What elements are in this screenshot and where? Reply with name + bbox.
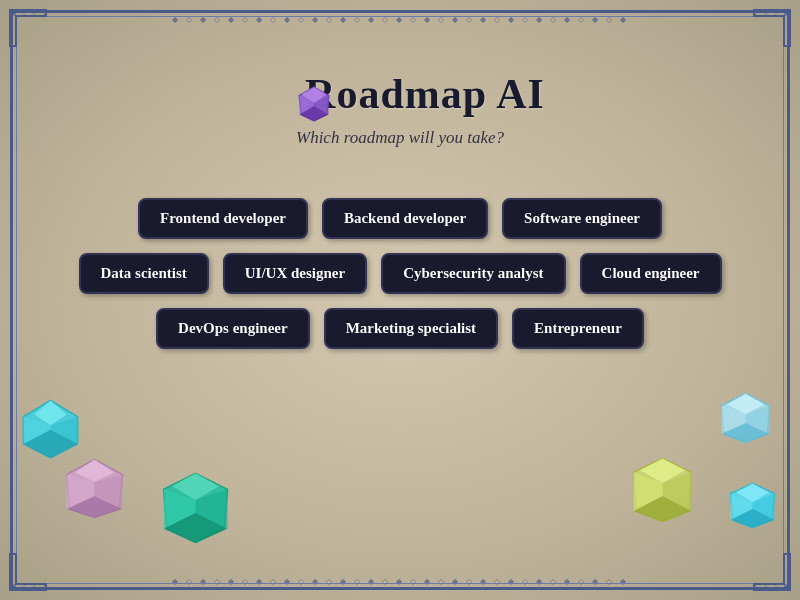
top-banner: ◆ ◇ ◆ ◇ ◆ ◇ ◆ ◇ ◆ ◇ ◆ ◇ ◆ ◇ ◆ ◇ ◆ ◇ ◆ ◇ … [0,12,800,26]
corner-decoration-tr [752,8,792,48]
btn-marketing-specialist[interactable]: Marketing specialist [324,308,498,349]
btn-ui-ux-designer[interactable]: UI/UX designer [223,253,367,294]
gem-cyan-left [18,395,83,460]
button-row-2: Data scientist UI/UX designer Cybersecur… [79,253,722,294]
svg-point-2 [10,584,16,590]
gem-lightblue-right [715,390,775,445]
svg-point-0 [10,10,16,16]
btn-backend-developer[interactable]: Backend developer [322,198,488,239]
corner-decoration-tl [8,8,48,48]
bottom-banner: ◆ ◇ ◆ ◇ ◆ ◇ ◆ ◇ ◆ ◇ ◆ ◇ ◆ ◇ ◆ ◇ ◆ ◇ ◆ ◇ … [0,574,800,588]
btn-entrepreneur[interactable]: Entrepreneur [512,308,644,349]
corner-decoration-bl [8,552,48,592]
btn-devops-engineer[interactable]: DevOps engineer [156,308,310,349]
svg-point-1 [784,10,790,16]
app-subtitle: Which roadmap will you take? [296,128,504,148]
gem-teal-left [155,470,235,545]
btn-software-engineer[interactable]: Software engineer [502,198,662,239]
main-content: 🔮 Roadmap AI Which roadmap will you take… [0,0,800,349]
corner-decoration-br [752,552,792,592]
svg-point-3 [784,584,790,590]
btn-cybersecurity-analyst[interactable]: Cybersecurity analyst [381,253,565,294]
main-frame: ◆ ◇ ◆ ◇ ◆ ◇ ◆ ◇ ◆ ◇ ◆ ◇ ◆ ◇ ◆ ◇ ◆ ◇ ◆ ◇ … [0,0,800,600]
btn-data-scientist[interactable]: Data scientist [79,253,209,294]
career-buttons-area: Frontend developer Backend developer Sof… [79,198,722,349]
gem-cyan-right [725,480,780,530]
gem-yellow-right [625,455,700,525]
app-title: Roadmap AI [305,70,545,118]
btn-frontend-developer[interactable]: Frontend developer [138,198,308,239]
gem-purple-title [295,85,333,123]
button-row-1: Frontend developer Backend developer Sof… [138,198,662,239]
btn-cloud-engineer[interactable]: Cloud engineer [580,253,722,294]
button-row-3: DevOps engineer Marketing specialist Ent… [156,308,644,349]
gem-pink-left [60,455,130,520]
